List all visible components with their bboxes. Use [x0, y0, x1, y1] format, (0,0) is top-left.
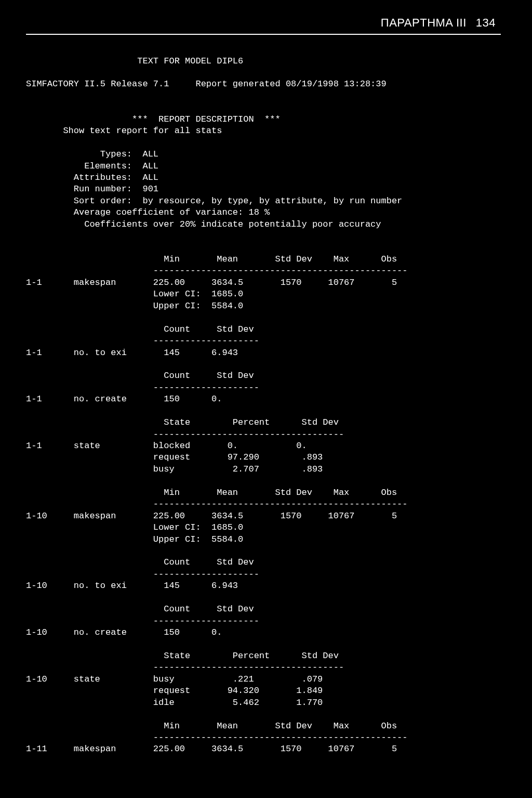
- table-row: --------------------: [26, 336, 259, 346]
- desc-line: Show text report for all stats: [26, 126, 222, 136]
- table-row: ----------------------------------------…: [26, 499, 408, 509]
- table-row: 1-10 state busy .221 .079: [26, 674, 323, 684]
- table-row: --------------------: [26, 569, 259, 579]
- table-row: 1-1 makespan 225.00 3634.5 1570 10767 5: [26, 278, 397, 287]
- table-row: Min Mean Std Dev Max Obs: [26, 254, 397, 264]
- sort-line: Sort order: by resource, by type, by att…: [26, 196, 402, 206]
- types-line: Types: ALL: [26, 149, 158, 159]
- table-row: State Percent Std Dev: [26, 417, 339, 427]
- model-line: TEXT FOR MODEL DIPL6: [26, 56, 243, 66]
- table-row: 1-11 makespan 225.00 3634.5 1570 10767 5: [26, 744, 397, 754]
- avg-line: Average coefficient of variance: 18 %: [26, 207, 270, 217]
- table-row: Upper CI: 5584.0: [26, 534, 243, 544]
- table-row: request 97.290 .893: [26, 452, 323, 462]
- table-row: --------------------: [26, 616, 259, 626]
- report-block: TEXT FOR MODEL DIPL6 SIMFACTORY II.5 Rel…: [26, 56, 501, 755]
- table-row: 1-10 no. create 150 0.: [26, 627, 222, 637]
- header-page-number: 134: [476, 16, 496, 29]
- table-row: Min Mean Std Dev Max Obs: [26, 721, 397, 731]
- page-header: ΠΑΡΑΡΤΗΜΑ III134: [26, 16, 501, 35]
- table-row: Count Std Dev: [26, 324, 254, 334]
- table-row: Upper CI: 5584.0: [26, 301, 243, 311]
- run-line: Run number: 901: [26, 184, 158, 194]
- table-row: Lower CI: 1685.0: [26, 522, 243, 532]
- table-row: 1-1 no. to exi 145 6.943: [26, 348, 238, 358]
- table-row: ----------------------------------------…: [26, 732, 408, 742]
- table-row: Count Std Dev: [26, 371, 254, 381]
- table-row: Min Mean Std Dev Max Obs: [26, 488, 397, 498]
- table-row: Count Std Dev: [26, 557, 254, 567]
- table-row: Count Std Dev: [26, 604, 254, 614]
- table-row: request 94.320 1.849: [26, 686, 323, 696]
- sim-line: SIMFACTORY II.5 Release 7.1 Report gener…: [26, 79, 387, 89]
- table-row: ------------------------------------: [26, 662, 344, 672]
- table-row: idle 5.462 1.770: [26, 698, 323, 708]
- table-row: ------------------------------------: [26, 429, 344, 439]
- header-title: ΠΑΡΑΡΤΗΜΑ III: [381, 16, 467, 29]
- table-row: Lower CI: 1685.0: [26, 289, 243, 299]
- attributes-line: Attributes: ALL: [26, 173, 158, 182]
- elements-line: Elements: ALL: [26, 161, 158, 171]
- table-row: 1-10 makespan 225.00 3634.5 1570 10767 5: [26, 511, 397, 521]
- table-row: 1-1 no. create 150 0.: [26, 394, 222, 404]
- table-row: ----------------------------------------…: [26, 266, 408, 276]
- coef-line: Coefficients over 20% indicate potential…: [26, 219, 381, 229]
- table-row: 1-1 state blocked 0. 0.: [26, 441, 307, 451]
- table-row: State Percent Std Dev: [26, 651, 339, 661]
- desc-header: *** REPORT DESCRIPTION ***: [26, 114, 281, 124]
- table-row: 1-10 no. to exi 145 6.943: [26, 581, 238, 591]
- table-row: busy 2.707 .893: [26, 464, 323, 474]
- table-row: --------------------: [26, 383, 259, 393]
- page: ΠΑΡΑΡΤΗΜΑ III134 TEXT FOR MODEL DIPL6 SI…: [0, 0, 532, 787]
